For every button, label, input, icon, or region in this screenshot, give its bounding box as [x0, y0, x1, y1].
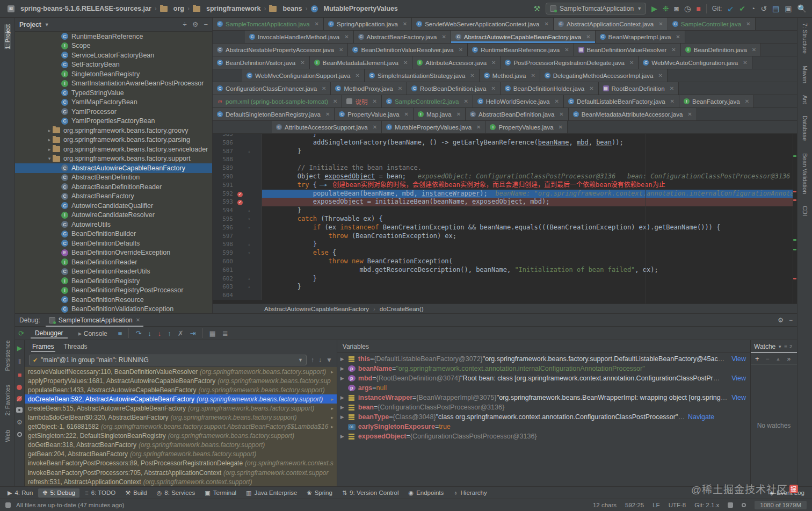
fold-marker[interactable]: ▵	[245, 275, 253, 283]
stack-frame-row[interactable]: refresh:531, AbstractApplicationContext …	[25, 477, 337, 486]
tree-item[interactable]: CTypedStringValue	[15, 88, 212, 98]
editor-gutter[interactable]: 596▿	[213, 224, 262, 232]
stack-frame-row[interactable]: createBean:515, AbstractAutowireCapableB…	[25, 404, 337, 413]
step-out-icon[interactable]: ↑	[168, 329, 171, 337]
editor-tab[interactable]: CRuntimeBeanReference.java✕	[468, 44, 574, 56]
stack-frame-row[interactable]: applyPropertyValues:1681, AbstractAutowi…	[25, 376, 337, 385]
chevron-down-icon[interactable]: ▼	[45, 22, 49, 27]
editor-gutter[interactable]: 597	[213, 232, 262, 241]
stack-frame-row[interactable]: lambda$doGetBean$0:320, AbstractBeanFact…	[25, 413, 337, 422]
variable-expand-icon[interactable]: ▶	[340, 395, 348, 400]
tool-window-button-terminal[interactable]: ▣Terminal	[200, 488, 241, 498]
settings-icon[interactable]: ⚙	[778, 316, 784, 324]
pause-icon[interactable]: ‖	[18, 358, 21, 365]
close-icon[interactable]: ✕	[463, 98, 468, 104]
variable-expand-icon[interactable]: ▶	[340, 366, 348, 371]
close-icon[interactable]: ✕	[670, 98, 675, 104]
editor-tab[interactable]: IBeanMetadataElement.java✕	[310, 56, 413, 69]
tree-item[interactable]: CRuntimeBeanReference	[15, 32, 212, 41]
frame-expand-icon[interactable]: ▸	[331, 397, 334, 402]
editor-gutter[interactable]: 604	[213, 291, 262, 300]
close-icon[interactable]: ✕	[403, 21, 407, 27]
close-icon[interactable]: ✕	[564, 47, 569, 53]
fold-marker[interactable]: ▿	[245, 224, 253, 232]
editor-tab[interactable]: ▤RootBeanDefinition✕	[599, 82, 679, 95]
tree-item[interactable]: ISmartInstantiationAwareBeanPostProcesso…	[15, 79, 212, 89]
tree-expand-icon[interactable]: ▸	[46, 147, 53, 152]
tree-item[interactable]: CAbstractAutowireCapableBeanFactory	[15, 163, 212, 173]
editor-tab[interactable]: CBeanMetadataAttributeAccessor.java✕	[569, 108, 697, 120]
search-everywhere-icon[interactable]: 🔍	[798, 5, 807, 12]
menu-icon[interactable]: ≡	[118, 329, 122, 337]
editor-gutter[interactable]: 593✓	[213, 198, 262, 206]
editor-tab[interactable]: CDelegatingMethodAccessorImpl.java✕	[540, 69, 668, 82]
stack-frame-row[interactable]: invokeBeanFactoryPostProcessors:705, Abs…	[25, 468, 337, 477]
tree-item[interactable]: CBeanDefinitionResource	[15, 295, 212, 305]
tree-item[interactable]: ▾org.springframework.beans.factory.suppo…	[15, 154, 212, 164]
close-icon[interactable]: ✕	[300, 60, 305, 66]
add-watch-icon[interactable]: +	[755, 355, 759, 363]
filter-icon[interactable]: ▼	[326, 356, 332, 364]
variable-row[interactable]: ▶this = {DefaultListableBeanFactory@3072…	[337, 354, 750, 364]
close-icon[interactable]: ✕	[136, 317, 140, 323]
close-icon[interactable]: ✕	[441, 34, 446, 40]
frame-expand-icon[interactable]: ▸	[331, 406, 334, 411]
vcs-commit-icon[interactable]: ✔	[739, 5, 745, 12]
variable-row[interactable]: ▶pbeanName = "org.springframework.contex…	[337, 364, 750, 373]
stack-frame-row[interactable]: getSingleton:222, DefaultSingletonBeanRe…	[25, 431, 337, 441]
editor-tab[interactable]: ▤BeanDefinitionValueResolver✕	[574, 44, 681, 56]
debug-icon[interactable]: ❉	[663, 5, 669, 12]
tree-item[interactable]: CYamlMapFactoryBean	[15, 98, 212, 107]
tab-threads[interactable]: Threads	[63, 341, 89, 352]
editor-tab[interactable]: CBeanDefinitionVisitor.java✕	[213, 56, 310, 69]
close-icon[interactable]: ✕	[403, 60, 408, 66]
variable-expand-icon[interactable]: ▶	[340, 434, 348, 439]
stack-frame-row[interactable]: invokeBeanFactoryPostProcessors:89, Post…	[25, 459, 337, 468]
close-icon[interactable]: ✕	[586, 34, 590, 40]
vcs-update-icon[interactable]: ↙	[727, 5, 734, 12]
editor-gutter[interactable]: 590	[213, 172, 262, 181]
stack-frame-row[interactable]: doGetBean:318, AbstractBeanFactory (org.…	[25, 441, 337, 450]
tree-item[interactable]: IScope	[15, 41, 212, 51]
debug-session-tab[interactable]: SampleTomcatApplication ✕	[46, 314, 143, 327]
fold-marker[interactable]: ▿	[245, 249, 253, 257]
editor-gutter[interactable]: 598▵	[213, 240, 262, 249]
close-icon[interactable]: ✕	[356, 73, 360, 78]
tool-button-persistence[interactable]: Persistence	[4, 340, 11, 371]
tree-item[interactable]: ISingletonBeanRegistry	[15, 69, 212, 79]
editor-gutter[interactable]: 592✓	[213, 190, 262, 198]
tool-button-7-structure[interactable]: 7: Structure	[802, 23, 808, 54]
tree-item[interactable]: CBeanDefinitionValidationException	[15, 305, 212, 314]
status-item[interactable]: LF	[653, 502, 659, 508]
run-to-cursor-icon[interactable]: ⇥	[190, 329, 196, 337]
variable-expand-icon[interactable]: ▶	[340, 414, 348, 420]
frame-expand-icon[interactable]: ▸	[331, 424, 334, 429]
editor-tab[interactable]: CSimpleInstantiationStrategy.java✕	[365, 69, 480, 82]
editor-tab[interactable]: IBeanDefinition.java✕	[681, 44, 761, 56]
tool-button-web[interactable]: Web	[4, 430, 11, 442]
tool-window-button-build[interactable]: ⚒Build	[121, 488, 151, 498]
editor-tab[interactable]: IBeanFactory.java✕	[679, 95, 754, 107]
tree-item[interactable]: EBeanDefinitionOverrideException	[15, 248, 212, 258]
editor-tab[interactable]: CInvocableHandlerMethod.java✕	[245, 31, 354, 43]
tool-window-button-8-services[interactable]: ◎8: Services	[153, 488, 200, 498]
editor-tab[interactable]: CDefaultSingletonBeanRegistry.java✕	[213, 108, 335, 120]
move-watch-up-icon[interactable]: ▲	[776, 356, 781, 362]
stack-frame-row[interactable]: getObject:-1, 616881582 (org.springframe…	[25, 422, 337, 431]
close-icon[interactable]: ✕	[544, 21, 548, 27]
close-icon[interactable]: ✕	[676, 34, 680, 40]
close-icon[interactable]: ✕	[559, 124, 563, 130]
tool-button-2-favorites[interactable]: 2: Favorites	[4, 385, 11, 415]
tool-button-cdi[interactable]: CDI	[802, 206, 808, 216]
debug-settings-icon[interactable]: ⚙	[17, 419, 23, 426]
close-icon[interactable]: ✕	[339, 47, 343, 53]
tree-item[interactable]: CAbstractBeanDefinition	[15, 173, 212, 183]
hide-panel-icon[interactable]: −	[789, 316, 793, 324]
force-step-into-icon[interactable]: ↓	[158, 329, 162, 337]
watches-tab[interactable]: Watche ▼ ≡ 2	[751, 340, 797, 353]
frame-down-icon[interactable]: ↓	[318, 356, 322, 364]
tree-item[interactable]: ▸org.springframework.beans.factory.servi…	[15, 145, 212, 154]
editor-tab[interactable]: CBeanWrapperImpl.java✕	[596, 31, 685, 43]
editor-tab[interactable]: CHelloWorldService.java✕	[473, 95, 564, 107]
editor-gutter[interactable]: 586	[213, 139, 262, 147]
